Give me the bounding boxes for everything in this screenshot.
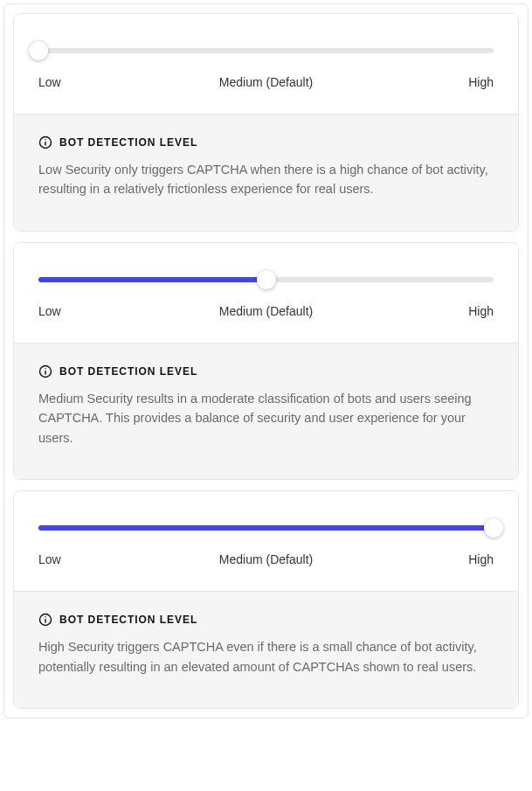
- info-header: BOT DETECTION LEVEL: [38, 135, 494, 149]
- settings-container: Low Medium (Default) High BOT DETECTION …: [3, 3, 529, 718]
- slider-label-low: Low: [38, 552, 190, 566]
- info-description: Low Security only triggers CAPTCHA when …: [38, 160, 494, 199]
- info-header: BOT DETECTION LEVEL: [38, 364, 494, 378]
- slider-label-high: High: [342, 75, 494, 89]
- slider-thumb[interactable]: [257, 270, 276, 289]
- slider-section: Low Medium (Default) High: [14, 14, 518, 114]
- info-title: BOT DETECTION LEVEL: [59, 614, 197, 626]
- slider-fill: [38, 525, 494, 531]
- slider-label-low: Low: [38, 304, 190, 318]
- slider-label-high: High: [342, 304, 494, 318]
- slider-thumb[interactable]: [484, 518, 503, 538]
- slider-labels: Low Medium (Default) High: [38, 75, 494, 89]
- info-header: BOT DETECTION LEVEL: [38, 613, 494, 627]
- slider-label-medium: Medium (Default): [190, 552, 342, 566]
- info-description: High Security triggers CAPTCHA even if t…: [38, 637, 494, 677]
- info-section: BOT DETECTION LEVEL Medium Security resu…: [14, 343, 518, 479]
- detection-level-card: Low Medium (Default) High BOT DETECTION …: [13, 490, 519, 709]
- info-section: BOT DETECTION LEVEL High Security trigge…: [14, 591, 518, 708]
- detection-level-card: Low Medium (Default) High BOT DETECTION …: [13, 13, 519, 232]
- slider-label-medium: Medium (Default): [190, 75, 342, 89]
- detection-level-card: Low Medium (Default) High BOT DETECTION …: [13, 242, 519, 480]
- detection-slider[interactable]: [38, 42, 494, 59]
- svg-point-5: [45, 368, 45, 369]
- slider-track: [38, 48, 494, 53]
- info-icon: [38, 613, 52, 627]
- slider-label-high: High: [342, 552, 494, 566]
- svg-point-2: [45, 139, 45, 140]
- info-title: BOT DETECTION LEVEL: [59, 136, 197, 149]
- slider-section: Low Medium (Default) High: [14, 491, 518, 591]
- slider-section: Low Medium (Default) High: [14, 243, 518, 343]
- info-title: BOT DETECTION LEVEL: [59, 365, 197, 378]
- info-icon: [38, 135, 52, 149]
- slider-label-medium: Medium (Default): [190, 304, 342, 318]
- slider-labels: Low Medium (Default) High: [38, 304, 494, 318]
- svg-point-8: [45, 616, 45, 617]
- slider-labels: Low Medium (Default) High: [38, 552, 494, 566]
- slider-label-low: Low: [38, 75, 190, 89]
- slider-thumb[interactable]: [29, 41, 48, 60]
- slider-fill: [38, 277, 266, 282]
- info-icon: [38, 364, 52, 378]
- detection-slider[interactable]: [38, 519, 494, 537]
- info-section: BOT DETECTION LEVEL Low Security only tr…: [14, 114, 518, 231]
- detection-slider[interactable]: [38, 271, 494, 288]
- info-description: Medium Security results in a moderate cl…: [38, 389, 494, 448]
